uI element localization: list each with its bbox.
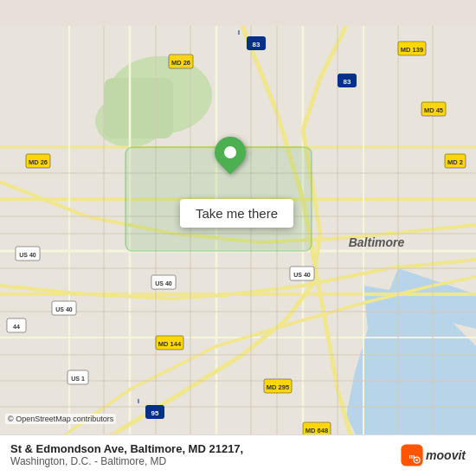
svg-text:83: 83 — [344, 78, 351, 86]
osm-attribution: © OpenStreetMap contributors — [5, 414, 116, 424]
address-line2: Washington, D.C. - Baltimore, MD — [10, 455, 243, 467]
moovit-icon: m — [400, 443, 424, 467]
svg-text:I: I — [138, 398, 139, 404]
address-line1: St & Edmondson Ave, Baltimore, MD 21217, — [10, 442, 243, 455]
moovit-label: moovit — [426, 448, 466, 462]
svg-text:MD 2: MD 2 — [447, 158, 463, 166]
svg-text:I: I — [238, 29, 240, 35]
svg-text:MD 45: MD 45 — [424, 106, 443, 114]
svg-rect-5 — [104, 78, 173, 138]
map-background: 83 I 83 MD 26 MD 26 MD 139 MD 45 MD 2 US… — [0, 0, 476, 476]
map-container: 83 I 83 MD 26 MD 26 MD 139 MD 45 MD 2 US… — [0, 0, 476, 476]
location-pin — [215, 137, 246, 168]
svg-text:US 40: US 40 — [55, 306, 73, 312]
button-container: Take me there — [160, 198, 313, 228]
svg-text:US 40: US 40 — [293, 272, 311, 278]
address-block: St & Edmondson Ave, Baltimore, MD 21217,… — [10, 442, 243, 467]
svg-text:MD 26: MD 26 — [171, 59, 190, 67]
svg-text:MD 139: MD 139 — [401, 46, 423, 54]
take-me-there-button[interactable]: Take me there — [180, 199, 293, 228]
svg-text:MD 648: MD 648 — [306, 427, 328, 434]
svg-text:US 40: US 40 — [19, 252, 36, 258]
svg-text:83: 83 — [253, 41, 261, 48]
svg-text:44: 44 — [13, 324, 20, 330]
svg-point-73 — [415, 459, 418, 461]
svg-text:US 1: US 1 — [71, 376, 85, 382]
svg-text:MD 26: MD 26 — [29, 158, 48, 166]
svg-text:US 40: US 40 — [155, 280, 172, 286]
info-bar: St & Edmondson Ave, Baltimore, MD 21217,… — [0, 434, 476, 476]
svg-text:95: 95 — [151, 409, 159, 417]
svg-text:MD 144: MD 144 — [158, 340, 182, 348]
pin-marker — [209, 131, 253, 175]
svg-text:MD 295: MD 295 — [267, 383, 289, 391]
svg-text:Baltimore: Baltimore — [349, 235, 405, 249]
moovit-logo: m moovit — [400, 443, 466, 467]
